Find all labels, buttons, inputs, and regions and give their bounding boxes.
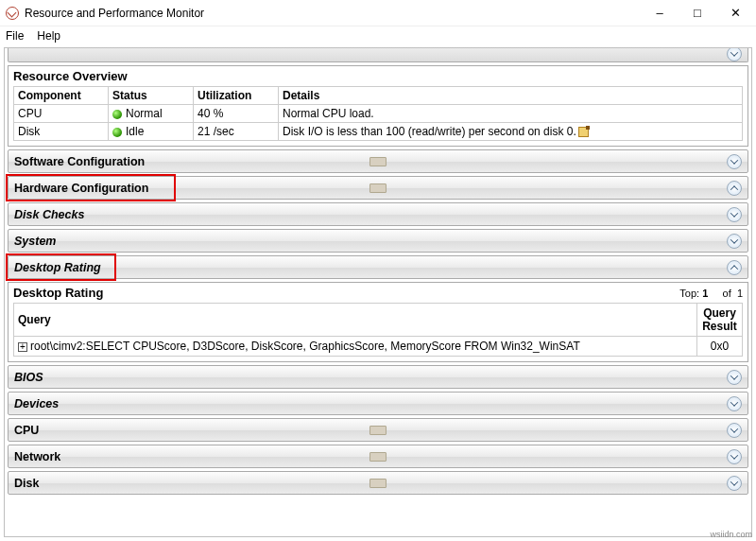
menu-help[interactable]: Help xyxy=(37,29,60,43)
section-disk[interactable]: Disk xyxy=(8,471,748,495)
report-icon xyxy=(369,426,387,435)
edit-icon[interactable] xyxy=(578,127,589,137)
section-bios[interactable]: BIOS xyxy=(8,365,748,389)
close-button[interactable]: ✕ xyxy=(716,2,754,25)
chevron-down-icon[interactable] xyxy=(727,423,742,438)
watermark: wsiidn.com xyxy=(710,530,752,539)
table-row: CPU Normal 40 % Normal CPU load. xyxy=(14,105,743,123)
section-system[interactable]: System xyxy=(8,229,748,253)
section-software-configuration[interactable]: Software Configuration xyxy=(8,149,748,173)
desktop-rating-panel: Desktop Rating Top: 1 of 1 Query Query R… xyxy=(8,282,748,362)
section-devices[interactable]: Devices xyxy=(8,392,748,415)
col-status: Status xyxy=(109,87,194,105)
report-icon xyxy=(369,157,387,166)
content-area: Resource Overview Component Status Utili… xyxy=(4,47,752,537)
section-network[interactable]: Network xyxy=(8,445,748,468)
menu-file[interactable]: File xyxy=(6,29,24,43)
status-ok-icon xyxy=(112,128,122,137)
chevron-down-icon[interactable] xyxy=(727,47,742,61)
resource-overview-table: Component Status Utilization Details CPU… xyxy=(13,86,743,141)
chevron-down-icon[interactable] xyxy=(727,234,742,249)
minimize-button[interactable]: – xyxy=(641,2,679,25)
table-row: Disk Idle 21 /sec Disk I/O is less than … xyxy=(14,123,743,141)
chevron-down-icon[interactable] xyxy=(727,449,742,464)
chevron-down-icon[interactable] xyxy=(727,396,742,411)
col-query: Query xyxy=(14,304,697,337)
report-icon xyxy=(369,452,387,462)
chevron-down-icon[interactable] xyxy=(727,207,742,222)
section-disk-checks[interactable]: Disk Checks xyxy=(8,202,748,226)
col-query-result: Query Result xyxy=(697,304,743,337)
section-cpu[interactable]: CPU xyxy=(8,418,748,442)
status-ok-icon xyxy=(112,110,122,119)
app-icon xyxy=(6,7,19,20)
table-header-row: Query Query Result xyxy=(14,304,743,337)
expand-icon[interactable]: + xyxy=(18,342,27,352)
chevron-down-icon[interactable] xyxy=(727,154,742,169)
section-performance-collapsed[interactable] xyxy=(8,48,748,62)
chevron-up-icon[interactable] xyxy=(727,260,742,275)
col-details: Details xyxy=(279,87,743,105)
window-title: Resource and Performance Monitor xyxy=(25,7,641,20)
title-bar: Resource and Performance Monitor – □ ✕ xyxy=(0,0,756,26)
menu-bar: File Help xyxy=(0,26,756,45)
chevron-down-icon[interactable] xyxy=(727,476,742,491)
table-row: +root\cimv2:SELECT CPUScore, D3DScore, D… xyxy=(14,337,743,357)
report-icon xyxy=(369,183,387,193)
report-icon xyxy=(369,479,387,488)
chevron-down-icon[interactable] xyxy=(727,370,742,385)
chevron-up-icon[interactable] xyxy=(727,181,742,196)
col-component: Component xyxy=(14,87,109,105)
resource-overview-title: Resource Overview xyxy=(13,69,743,83)
table-header-row: Component Status Utilization Details xyxy=(14,87,743,105)
query-table: Query Query Result +root\cimv2:SELECT CP… xyxy=(13,303,743,357)
desktop-rating-title: Desktop Rating xyxy=(13,286,103,300)
section-hardware-configuration[interactable]: Hardware Configuration xyxy=(8,176,748,200)
maximize-button[interactable]: □ xyxy=(679,2,716,25)
section-desktop-rating[interactable]: Desktop Rating xyxy=(8,255,748,279)
resource-overview-panel: Resource Overview Component Status Utili… xyxy=(8,65,748,147)
pager: Top: 1 of 1 xyxy=(679,288,743,299)
col-utilization: Utilization xyxy=(194,87,279,105)
